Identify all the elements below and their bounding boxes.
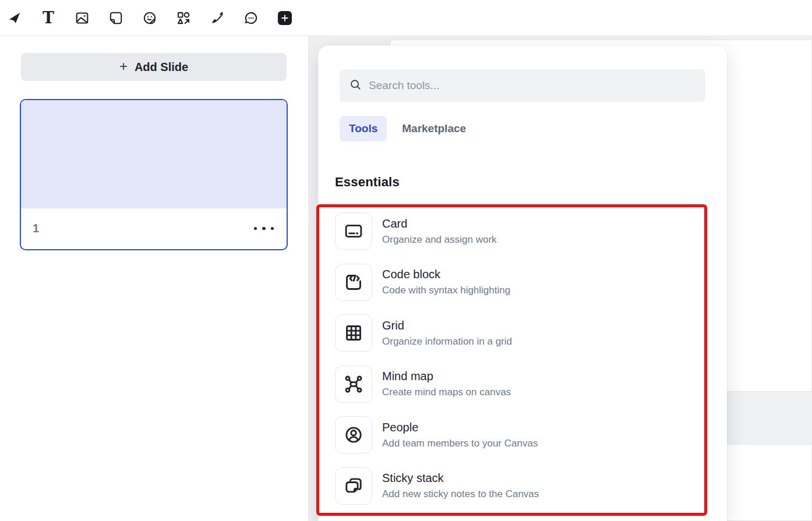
- card-icon: [335, 212, 372, 250]
- slide-number: 1: [33, 222, 39, 235]
- shapes-tool-button[interactable]: [172, 5, 195, 31]
- tool-name: Sticky stack: [382, 471, 539, 485]
- select-cursor-icon: [7, 10, 22, 26]
- select-tool-button[interactable]: [3, 5, 26, 31]
- plus-icon: +: [119, 59, 128, 73]
- tool-item-grid[interactable]: Grid Organize information in a grid: [335, 314, 705, 352]
- tool-list: Card Organize and assign work Code block…: [335, 212, 705, 518]
- tool-description: Add new sticky notes to the Canvas: [382, 488, 539, 500]
- tab-marketplace[interactable]: Marketplace: [393, 116, 475, 141]
- tab-tools[interactable]: Tools: [340, 116, 387, 141]
- tool-name: Code block: [382, 267, 510, 281]
- tool-item-card[interactable]: Card Organize and assign work: [335, 212, 705, 250]
- tool-item-code-block[interactable]: Code block Code with syntax highlighting: [335, 264, 705, 301]
- sticker-icon: [142, 10, 157, 26]
- add-tool-button[interactable]: [274, 5, 296, 31]
- image-tool-button[interactable]: [71, 5, 93, 31]
- slide-more-options-button[interactable]: [253, 224, 276, 234]
- tool-description: Create mind maps on canvas: [382, 387, 511, 398]
- slide-preview: [21, 100, 287, 208]
- search-tools-input[interactable]: [369, 79, 696, 92]
- section-title-essentials: Essentials: [335, 175, 400, 190]
- tool-name: Card: [382, 217, 497, 231]
- sticky-note-icon: [108, 10, 123, 26]
- comment-tool-button[interactable]: [240, 5, 262, 31]
- tool-name: Mind map: [382, 369, 511, 383]
- search-icon: [349, 78, 362, 93]
- sticker-tool-button[interactable]: [139, 5, 161, 31]
- pen-icon: [210, 10, 225, 26]
- tool-name: Grid: [382, 318, 512, 332]
- slide-thumbnail-1[interactable]: 1: [20, 99, 288, 250]
- tool-name: People: [382, 420, 538, 434]
- image-icon: [75, 10, 90, 26]
- slide-footer: 1: [21, 208, 287, 249]
- tool-item-mind-map[interactable]: Mind map Create mind maps on canvas: [335, 366, 705, 403]
- tool-description: Organize information in a grid: [382, 336, 512, 348]
- tool-description: Code with syntax highlighting: [382, 285, 510, 296]
- add-slide-label: Add Slide: [135, 61, 188, 74]
- tool-item-people[interactable]: People Add team members to your Canvas: [335, 416, 705, 453]
- panel-tabs: Tools Marketplace: [340, 116, 475, 141]
- add-plus-icon: [278, 11, 292, 25]
- mind-map-icon: [335, 366, 372, 403]
- sticky-note-tool-button[interactable]: [105, 5, 127, 31]
- slides-sidebar: + Add Slide 1: [0, 36, 309, 521]
- canvas-app: T: [0, 0, 812, 521]
- search-box[interactable]: [340, 69, 705, 102]
- tools-panel: Tools Marketplace Essentials Card Organi…: [318, 45, 727, 521]
- text-icon: T: [43, 10, 54, 26]
- add-slide-button[interactable]: + Add Slide: [21, 53, 287, 81]
- tool-description: Organize and assign work: [382, 234, 497, 246]
- pen-tool-button[interactable]: [206, 5, 228, 31]
- comment-icon: [243, 10, 259, 26]
- sticky-stack-icon: [335, 467, 372, 505]
- tool-description: Add team members to your Canvas: [382, 438, 538, 449]
- grid-icon: [335, 314, 372, 352]
- people-icon: [335, 416, 372, 453]
- top-toolbar: T: [0, 0, 812, 36]
- shapes-frames-icon: [176, 10, 191, 26]
- code-block-icon: [335, 264, 372, 301]
- tool-item-sticky-stack[interactable]: Sticky stack Add new sticky notes to the…: [335, 467, 705, 505]
- text-tool-button[interactable]: T: [37, 5, 59, 31]
